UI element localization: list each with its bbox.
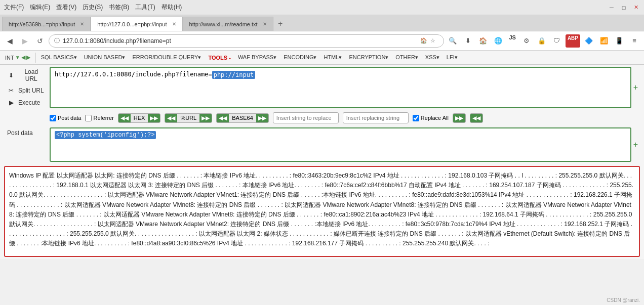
address-box[interactable]: ⓘ 127.0.0.1:8080/include.php?filename=pt… xyxy=(49,34,444,48)
post-data-checkbox[interactable]: Post data xyxy=(50,115,81,121)
tab-2[interactable]: http://127.0.0...e=php://input ✕ xyxy=(91,17,182,31)
new-tab-button[interactable]: + xyxy=(273,17,288,31)
output-content: Windows IP 配置 以太网适配器 以太网: 连接特定的 DNS 后缀 .… xyxy=(9,172,633,247)
extension-1-icon[interactable]: ⚙ xyxy=(520,34,533,48)
watermark: CSDN @ranzi. xyxy=(607,297,640,303)
back-button[interactable]: ◀ xyxy=(3,34,16,48)
post-data-content: <?php system('ipconfig');?> xyxy=(55,132,156,139)
menu-tools[interactable]: 工具(T) xyxy=(135,3,155,12)
titlebar-left: 文件(F) 编辑(E) 查看(V) 历史(S) 书签(B) 工具(T) 帮助(H… xyxy=(4,3,182,12)
address-text: 127.0.0.1:8080/include.php?filename=pt xyxy=(63,37,420,45)
extension-4-icon[interactable]: 🔷 xyxy=(582,34,595,48)
execute-icon: ▶ xyxy=(7,99,15,107)
menu-icon[interactable]: ≡ xyxy=(628,34,641,48)
url-label[interactable]: %URL xyxy=(177,114,199,122)
split-url-button[interactable]: ✂ Split URL xyxy=(4,85,48,96)
close-button[interactable]: ✕ xyxy=(632,4,640,12)
abp-label[interactable]: ABP xyxy=(566,34,580,48)
toolbar-waf[interactable]: WAF BYPASS▾ xyxy=(235,53,279,62)
toolbar-tools[interactable]: TOOLS - xyxy=(205,54,233,62)
url-display[interactable]: http://127.0.0.1:8080/include.php?filena… xyxy=(50,67,631,108)
tab-2-close[interactable]: ✕ xyxy=(172,21,176,27)
extension-3-icon[interactable]: 🛡 xyxy=(550,34,564,48)
search-icon[interactable]: 🔍 xyxy=(446,34,459,48)
replace-all-checkbox[interactable]: Replace All xyxy=(413,115,449,121)
address-actions: 🔍 ⬇ 🏠 🌐 JS ⚙ 🔒 🛡 ABP 🔷 📶 📱 ≡ xyxy=(446,34,641,48)
toolbar-sql[interactable]: SQL BASICS▾ xyxy=(38,53,80,62)
menu-file[interactable]: 文件(F) xyxy=(4,3,24,12)
toolbar-xss[interactable]: XSS▾ xyxy=(422,53,442,62)
download-icon[interactable]: ⬇ xyxy=(461,34,474,48)
js-label[interactable]: JS xyxy=(507,34,517,48)
tab-3[interactable]: http://www.xi...m/readme.txt ✕ xyxy=(183,17,273,31)
tab-3-close[interactable]: ✕ xyxy=(263,21,267,27)
hex-left-arrow[interactable]: ◀◀ xyxy=(118,114,131,122)
post-add-arrow[interactable]: + xyxy=(633,141,638,149)
url-right-arrow[interactable]: ▶▶ xyxy=(199,114,212,122)
extension-6-icon[interactable]: 📱 xyxy=(613,34,626,48)
menu-history[interactable]: 历史(S) xyxy=(83,3,103,12)
home-nav-icon[interactable]: 🏠 xyxy=(476,34,490,48)
replace-all-check[interactable] xyxy=(413,115,419,121)
titlebar-menu: 文件(F) 编辑(E) 查看(V) 历史(S) 书签(B) 工具(T) 帮助(H… xyxy=(4,3,182,12)
url-left-arrow[interactable]: ◀◀ xyxy=(165,114,177,122)
home-icon: 🏠 xyxy=(420,37,427,44)
tab-1-close[interactable]: ✕ xyxy=(80,21,84,27)
replace-arrow-group: ▶▶ xyxy=(453,113,466,123)
post-data-check[interactable] xyxy=(50,115,56,121)
int-dropdown[interactable]: ▼ xyxy=(15,55,20,60)
forward-button[interactable]: ▶ xyxy=(18,34,31,48)
tab-1[interactable]: http://e5369b...=php://input ✕ xyxy=(2,17,91,31)
replace-left-arrow[interactable]: ◀◀ xyxy=(470,114,482,122)
url-input-wrapper: http://127.0.0.1:8080/include.php?filena… xyxy=(50,67,640,108)
int-nav-left[interactable]: ◀ xyxy=(21,54,25,61)
hex-label[interactable]: HEX xyxy=(131,114,148,122)
tab-1-label: http://e5369b...=php://input xyxy=(9,21,75,27)
menu-edit[interactable]: 编辑(E) xyxy=(30,3,50,12)
referrer-checkbox[interactable]: Referrer xyxy=(85,115,113,121)
url-row: ⬇ Load URL ✂ Split URL ▶ Execute http://… xyxy=(4,67,640,108)
menu-help[interactable]: 帮助(H) xyxy=(162,3,182,12)
toolbar-lfi[interactable]: LFI▾ xyxy=(444,53,461,62)
insert-string-replace-input[interactable] xyxy=(273,112,339,123)
toolbar-int[interactable]: INT ▼ ◀ ▶ xyxy=(2,53,33,62)
maximize-button[interactable]: □ xyxy=(620,4,628,12)
sep-1 xyxy=(35,53,36,63)
replace-right-arrow[interactable]: ▶▶ xyxy=(453,114,465,122)
base64-right-arrow[interactable]: ▶▶ xyxy=(256,114,268,122)
hex-right-arrow[interactable]: ▶▶ xyxy=(148,114,160,122)
toolbar-error[interactable]: ERROR/DOUBLE QUERY▾ xyxy=(129,53,204,62)
menu-view[interactable]: 查看(V) xyxy=(56,3,76,12)
url-highlighted-part: php://input xyxy=(212,71,255,79)
replace-left-group: ◀◀ xyxy=(470,113,483,123)
insert-replacing-string-input[interactable] xyxy=(343,112,409,123)
hex-encode-group: ◀◀ HEX ▶▶ xyxy=(118,113,161,123)
main-toolbar: INT ▼ ◀ ▶ SQL BASICS▾ UNION BASED▾ ERROR… xyxy=(0,51,644,65)
toolbar-encryption[interactable]: ENCRYPTION▾ xyxy=(346,53,391,62)
toolbar-other[interactable]: OTHER▾ xyxy=(392,53,421,62)
menu-bookmark[interactable]: 书签(B) xyxy=(109,3,129,12)
load-url-button[interactable]: ⬇ Load URL xyxy=(4,67,48,84)
base64-label[interactable]: BASE64 xyxy=(229,114,256,122)
toolbar-union[interactable]: UNION BASED▾ xyxy=(81,53,129,62)
toolbar-html[interactable]: HTML▾ xyxy=(320,53,345,62)
post-data-display[interactable]: <?php system('ipconfig');?> xyxy=(50,127,631,162)
toolbar-encoding[interactable]: ENCODING▾ xyxy=(280,53,319,62)
url-add-arrow[interactable]: + xyxy=(633,83,638,92)
extension-2-icon[interactable]: 🔒 xyxy=(535,34,548,48)
extension-5-icon[interactable]: 📶 xyxy=(597,34,611,48)
base64-left-arrow[interactable]: ◀◀ xyxy=(217,114,229,122)
php-code-highlight: <?php system('ipconfig');?> xyxy=(55,131,156,139)
post-right-arrows: + xyxy=(631,127,640,162)
reload-button[interactable]: ↺ xyxy=(33,34,47,48)
minimize-button[interactable]: ─ xyxy=(608,4,616,12)
options-row: Post data Referrer ◀◀ HEX ▶▶ ◀◀ %URL ▶▶ … xyxy=(50,110,640,125)
url-normal-part: http://127.0.0.1:8080/include.php?filena… xyxy=(55,71,212,78)
tabbar: http://e5369b...=php://input ✕ http://12… xyxy=(0,15,644,31)
action-sidebar: ⬇ Load URL ✂ Split URL ▶ Execute xyxy=(4,67,50,108)
globe-icon[interactable]: 🌐 xyxy=(492,34,505,48)
tab-3-label: http://www.xi...m/readme.txt xyxy=(189,21,258,27)
int-nav-right[interactable]: ▶ xyxy=(26,54,30,61)
execute-button[interactable]: ▶ Execute xyxy=(4,97,48,108)
referrer-check[interactable] xyxy=(85,115,92,121)
